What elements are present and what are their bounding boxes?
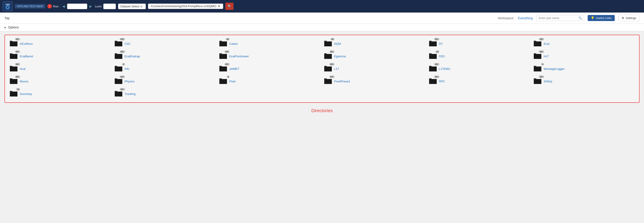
useful-links-button[interactable]: 💡 Useful Links	[588, 15, 615, 21]
lumi-value: All	[106, 5, 109, 8]
folder-item[interactable]: 36 Castor	[218, 39, 321, 49]
folder-name[interactable]: Tracking	[124, 92, 136, 96]
folder-badge: 16	[16, 88, 20, 91]
settings-label: Settings	[626, 16, 636, 20]
folder-svg	[324, 52, 332, 59]
offline-badge: OFFLINE-TEST-NEW	[15, 4, 45, 9]
folder-item[interactable]: 16 Summary	[8, 89, 112, 99]
folder-name[interactable]: Summary	[20, 92, 32, 96]
folder-item[interactable]: 99+ RPC	[428, 76, 531, 86]
options-bar[interactable]: ▶ Options	[0, 24, 644, 31]
settings-button[interactable]: ⚙ Settings	[618, 15, 640, 21]
folder-icon: 36	[219, 40, 228, 48]
folder-badge: 8	[122, 63, 125, 66]
folder-name[interactable]: Physics	[124, 80, 134, 83]
folder-name[interactable]: PixelPhase1	[334, 80, 350, 83]
plot-search[interactable]: 🔍	[536, 15, 584, 21]
folder-svg	[533, 77, 542, 84]
svg-rect-23	[10, 79, 18, 84]
run-next-button[interactable]: ▶	[88, 4, 93, 9]
folder-item[interactable]: 8 Info	[113, 64, 216, 74]
folder-name[interactable]: MessageLogger	[544, 67, 564, 71]
folder-item[interactable]: 99+ DT	[428, 39, 531, 49]
folder-name[interactable]: HLT	[544, 55, 549, 58]
folder-item[interactable]: 15 FED	[428, 51, 531, 61]
folder-item[interactable]: 99+ CSC	[113, 39, 216, 49]
folder-badge: 99+	[120, 75, 125, 78]
folder-item[interactable]: 99+ JetMET	[218, 64, 321, 74]
folder-name[interactable]: EcalPreshower	[229, 55, 249, 58]
folder-icon: 99+	[533, 77, 542, 85]
folder-item[interactable]: 6 MessageLogger	[532, 64, 636, 74]
folder-svg	[10, 65, 18, 72]
workspace-link[interactable]: Everything	[518, 16, 533, 20]
folder-item[interactable]: 6 Pixel	[218, 76, 321, 86]
folder-name[interactable]: Ecal	[544, 42, 549, 46]
dataset-path-selector[interactable]: /Cosmics/Commissioning2019-PromptReco-v1…	[148, 4, 224, 9]
folder-name[interactable]: Hcal	[20, 67, 26, 71]
folder-name[interactable]: Castor	[229, 42, 238, 46]
folder-item[interactable]: 99+ PixelPhase1	[323, 76, 426, 86]
folder-svg	[429, 40, 437, 47]
folder-name[interactable]: DT	[439, 42, 443, 46]
search-button[interactable]: 🔍	[226, 3, 234, 10]
folder-badge: 99+	[120, 50, 125, 53]
folder-badge: 99+	[330, 63, 334, 66]
folder-item[interactable]: 99+ L1TEMU	[428, 64, 531, 74]
folder-item[interactable]: 99+ EcalEndcap	[113, 51, 216, 61]
folder-badge: 99+	[224, 50, 230, 53]
folder-name[interactable]: Muons	[20, 80, 28, 83]
folder-name[interactable]: Pixel	[229, 80, 236, 83]
lumi-dropdown[interactable]: All ▼	[103, 4, 116, 9]
folder-name[interactable]: L1TEMU	[439, 67, 450, 71]
folder-name[interactable]: AlCaReco	[20, 42, 33, 46]
folder-name[interactable]: EcalBarrel	[20, 55, 33, 58]
folder-svg	[219, 77, 228, 84]
folder-item[interactable]: 99+ EcalBarrel	[8, 51, 112, 61]
folder-badge: 99+	[15, 38, 20, 41]
run-status-icon: !	[48, 4, 52, 9]
folder-name[interactable]: RPC	[439, 80, 445, 83]
folder-name[interactable]: FED	[439, 55, 445, 58]
folder-item[interactable]: 99+ Ecal	[532, 39, 636, 49]
folder-name[interactable]: Egamma	[334, 55, 346, 58]
folder-item[interactable]: 99+ Muons	[8, 76, 112, 86]
folder-name[interactable]: CSC	[124, 42, 130, 46]
folder-name[interactable]: JetMET	[229, 67, 239, 71]
svg-rect-27	[429, 79, 437, 84]
run-selector[interactable]: 334201 ▼	[67, 4, 87, 9]
folder-icon: 6	[533, 65, 542, 73]
folder-name[interactable]: EcalEndcap	[124, 55, 140, 58]
folder-item[interactable]: 99+ Tracking	[113, 89, 216, 99]
folder-item[interactable]: 99+ Hcal	[8, 64, 112, 74]
folder-item[interactable]: 99+ Physics	[113, 76, 216, 86]
plot-search-input[interactable]	[536, 15, 577, 21]
run-prev-button[interactable]: ◀	[62, 4, 66, 9]
folder-icon: 99+	[219, 65, 228, 73]
svg-rect-5	[10, 41, 18, 46]
folder-icon: 99+	[114, 77, 123, 85]
folder-item[interactable]: 99+ L1T	[323, 64, 426, 74]
folder-badge: 99+	[15, 75, 20, 78]
folder-item[interactable]: 99+ Egamma	[323, 51, 426, 61]
svg-rect-10	[534, 41, 541, 46]
lightbulb-icon: 💡	[591, 16, 594, 20]
dataset-select-button[interactable]: Dataset Select ∨:	[118, 4, 146, 9]
folder-item[interactable]: 99+ HLT	[532, 51, 636, 61]
folder-item[interactable]: 99+ EcalPreshower	[218, 51, 321, 61]
folder-name[interactable]: Info	[124, 67, 130, 71]
cms-logo: CMS	[3, 1, 12, 11]
useful-links-label: Useful Links	[596, 16, 612, 20]
folder-name[interactable]: L1T	[334, 67, 339, 71]
folder-name[interactable]: SiStrip	[544, 80, 552, 83]
plot-search-icon[interactable]: 🔍	[577, 15, 584, 21]
svg-rect-8	[324, 41, 332, 46]
options-label: Options	[8, 26, 19, 29]
folder-icon: 99+	[324, 65, 332, 73]
folder-item[interactable]: 99+ AlCaReco	[8, 39, 112, 49]
folder-item[interactable]: 40 DQM	[323, 39, 426, 49]
folder-name[interactable]: DQM	[334, 42, 341, 46]
folder-icon: 99+	[533, 40, 542, 48]
folder-icon: 99+	[114, 40, 123, 48]
folder-item[interactable]: 99+ SiStrip	[532, 76, 636, 86]
